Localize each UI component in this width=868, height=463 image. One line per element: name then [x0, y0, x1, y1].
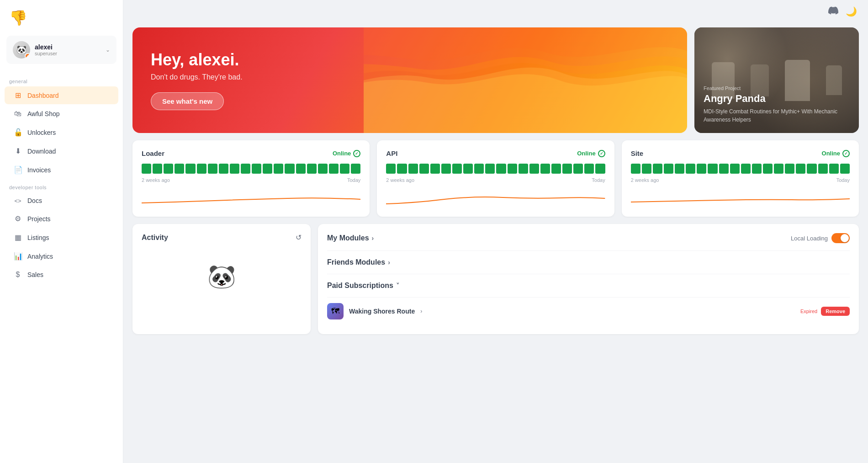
- status-card-loader: Loader Online ✓ 2 weeks ago Today: [132, 140, 370, 217]
- featured-info: Featured Project Angry Panda MDI-Style C…: [704, 85, 850, 124]
- remove-subscription-button[interactable]: Remove: [821, 307, 850, 316]
- uptime-bar: [296, 164, 306, 174]
- sidebar-item-unlockers[interactable]: 🔓 Unlockers: [5, 123, 118, 141]
- uptime-bar: [153, 164, 162, 174]
- uptime-bar: [796, 164, 805, 174]
- loader-status-dot: ✓: [353, 150, 360, 157]
- subscription-arrow: ›: [420, 308, 422, 314]
- bottom-section: Activity ↺ 🐼 My Modules › Local Loading: [132, 224, 859, 334]
- dark-mode-icon[interactable]: 🌙: [846, 6, 857, 17]
- uptime-bar: [496, 164, 506, 174]
- uptime-bar: [697, 164, 706, 174]
- download-icon: ⬇: [14, 147, 22, 155]
- activity-card: Activity ↺ 🐼: [132, 224, 311, 334]
- subscription-name-area: Waking Shores Route: [349, 308, 415, 315]
- sidebar-item-invoices[interactable]: 📄 Invoices: [5, 161, 118, 179]
- uptime-bar: [485, 164, 495, 174]
- sidebar-item-dashboard[interactable]: ⊞ Dashboard: [5, 86, 118, 104]
- api-from: 2 weeks ago: [386, 177, 414, 183]
- loader-from: 2 weeks ago: [142, 177, 170, 183]
- sidebar: 👎 🐼 ★ alexei superuser ⌄ general ⊞ Dashb…: [0, 0, 123, 463]
- uptime-bar: [653, 164, 662, 174]
- invoices-icon: 📄: [14, 165, 22, 174]
- uptime-bar: [142, 164, 151, 174]
- local-loading-toggle[interactable]: [831, 233, 850, 243]
- sidebar-item-projects[interactable]: ⚙ Projects: [5, 210, 118, 228]
- user-name: alexei: [35, 43, 101, 51]
- uptime-bar: [675, 164, 684, 174]
- my-modules-title[interactable]: My Modules ›: [327, 234, 374, 242]
- uptime-bar: [386, 164, 396, 174]
- loader-dates: 2 weeks ago Today: [142, 177, 360, 183]
- see-whats-new-button[interactable]: See what's new: [151, 92, 224, 110]
- hero-featured: Featured Project Angry Panda MDI-Style C…: [694, 27, 859, 133]
- uptime-bar: [408, 164, 418, 174]
- uptime-bar: [763, 164, 773, 174]
- site-title: Site: [631, 149, 644, 157]
- projects-icon: ⚙: [14, 214, 22, 223]
- uptime-bar: [230, 164, 239, 174]
- status-card-site: Site Online ✓ 2 weeks ago Today: [622, 140, 859, 217]
- dashboard-icon: ⊞: [14, 91, 22, 100]
- loader-status-text: Online: [333, 150, 351, 157]
- topbar: 🌙: [123, 0, 868, 23]
- api-status-dot: ✓: [598, 150, 605, 157]
- docs-icon: <>: [14, 197, 22, 204]
- loader-status: Online ✓: [333, 150, 360, 157]
- my-modules-chevron: ›: [372, 234, 374, 242]
- subscription-status: Expired Remove: [800, 307, 850, 316]
- loader-chart: [142, 189, 360, 208]
- uptime-bar: [441, 164, 451, 174]
- sidebar-item-listings[interactable]: ▦ Listings: [5, 229, 118, 246]
- uptime-bar: [185, 164, 195, 174]
- analytics-icon: 📊: [14, 252, 22, 261]
- uptime-bar: [829, 164, 839, 174]
- sidebar-item-label: Awful Shop: [27, 110, 60, 117]
- modules-card: My Modules › Local Loading Friends Modul…: [318, 224, 859, 334]
- activity-header: Activity ↺: [142, 233, 302, 242]
- uptime-bar: [642, 164, 651, 174]
- subscriptions-row: Paid Subscriptions ˅: [327, 274, 850, 298]
- logo-icon: 👎: [9, 9, 27, 27]
- sidebar-item-label: Analytics: [27, 253, 53, 260]
- refresh-icon[interactable]: ↺: [296, 233, 302, 242]
- uptime-bar: [631, 164, 640, 174]
- avatar-badge: ★: [25, 53, 30, 59]
- uptime-bar: [351, 164, 360, 174]
- uptime-bar: [285, 164, 294, 174]
- local-loading-label: Local Loading: [791, 235, 828, 242]
- uptime-bar: [774, 164, 783, 174]
- hero-section: Hey, alexei. Don't do drugs. They're bad…: [132, 27, 859, 133]
- uptime-bar: [474, 164, 484, 174]
- sidebar-item-awful-shop[interactable]: 🛍 Awful Shop: [5, 105, 118, 122]
- uptime-bar: [463, 164, 473, 174]
- uptime-bar: [664, 164, 673, 174]
- sales-icon: $: [14, 271, 22, 279]
- toggle-knob: [841, 234, 849, 242]
- user-card[interactable]: 🐼 ★ alexei superuser ⌄: [6, 36, 116, 64]
- loader-uptime-bars: [142, 164, 360, 174]
- friends-chevron: ›: [388, 259, 390, 266]
- developer-section-label: developer tools: [0, 182, 123, 192]
- sidebar-item-label: Projects: [27, 215, 51, 223]
- uptime-bar: [508, 164, 517, 174]
- sidebar-item-docs[interactable]: <> Docs: [5, 192, 118, 209]
- friends-modules-title[interactable]: Friends Modules ›: [327, 258, 390, 266]
- uptime-bar: [752, 164, 762, 174]
- uptime-bar: [719, 164, 729, 174]
- uptime-bar: [164, 164, 173, 174]
- uptime-bar: [519, 164, 528, 174]
- uptime-bar: [340, 164, 349, 174]
- hero-subtext: Don't do drugs. They're bad.: [151, 73, 669, 81]
- sidebar-item-analytics[interactable]: 📊 Analytics: [5, 247, 118, 265]
- api-chart: [386, 189, 605, 208]
- api-title: API: [386, 149, 397, 157]
- sidebar-item-download[interactable]: ⬇ Download: [5, 142, 118, 160]
- sidebar-item-sales[interactable]: $ Sales: [5, 266, 118, 283]
- unlockers-icon: 🔓: [14, 128, 22, 137]
- uptime-bar: [595, 164, 605, 174]
- paid-subscriptions-title[interactable]: Paid Subscriptions ˅: [327, 282, 399, 290]
- discord-icon[interactable]: [828, 5, 838, 18]
- loader-to: Today: [347, 177, 360, 183]
- user-info: alexei superuser: [35, 43, 101, 56]
